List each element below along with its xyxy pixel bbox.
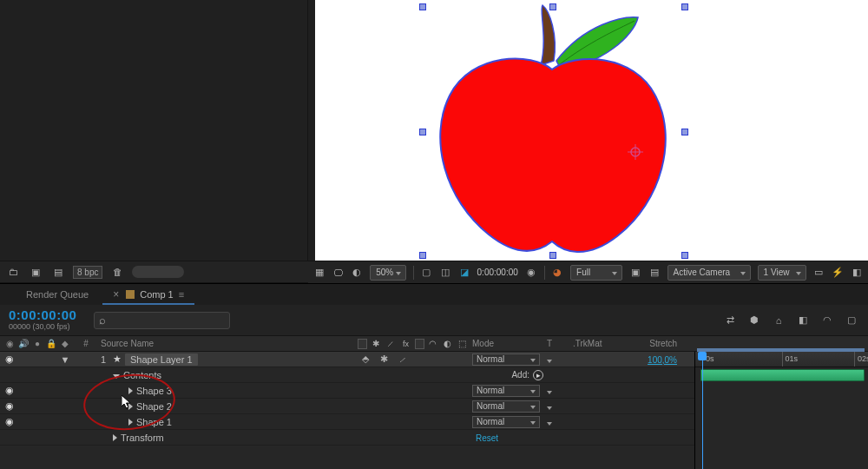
bpc-button[interactable]: 8 bpc	[73, 266, 102, 279]
3d-icon[interactable]: ▤	[648, 265, 661, 281]
pixel-aspect-icon[interactable]: ▭	[813, 265, 825, 281]
shape-name[interactable]: Shape 2	[136, 401, 172, 412]
channel-icon[interactable]: ◕	[551, 265, 563, 281]
timeline-track-area[interactable]: 0s 01s 02s	[694, 352, 868, 469]
motion-blur-icon[interactable]: ◠	[819, 313, 835, 328]
layer-sw1-icon[interactable]: ⬘	[358, 352, 373, 367]
preview-time[interactable]: 0:00:00:00	[477, 268, 518, 277]
mode-value: Normal	[477, 386, 504, 395]
contents-label: Contents	[123, 370, 161, 380]
index-col[interactable]: #	[76, 339, 95, 348]
comp-mini-flow-icon[interactable]: ⇄	[722, 313, 738, 328]
composition-canvas[interactable]	[315, 0, 868, 261]
zoom-select[interactable]: 50%	[370, 265, 405, 281]
tab-label: Comp 1	[140, 289, 174, 300]
stretch-col[interactable]: Stretch	[625, 339, 686, 348]
view-icon[interactable]: ▣	[629, 265, 641, 281]
layer-sw2-icon[interactable]: ✱	[376, 352, 391, 367]
stretch-value[interactable]: 100,0%	[648, 355, 677, 365]
zoom-value: 50%	[376, 268, 393, 277]
twirl-icon[interactable]	[128, 387, 133, 394]
twirl-icon[interactable]	[128, 403, 133, 410]
t-col[interactable]: T	[547, 339, 573, 348]
camera-value: Active Camera	[674, 268, 731, 277]
switch-mb-icon[interactable]: ◠	[427, 336, 439, 352]
current-timecode[interactable]: 0:00:00:00	[9, 307, 85, 322]
switch-shy-icon[interactable]	[358, 339, 367, 349]
switch-av-icon[interactable]: ✱	[370, 336, 382, 352]
transform-label: Transform	[121, 433, 164, 443]
shape-mode-select[interactable]: Normal	[472, 400, 540, 413]
draft3d-icon[interactable]: ⬢	[746, 313, 762, 328]
project-settings-icon[interactable]: ▤	[50, 264, 66, 280]
shy-icon[interactable]: ⌂	[771, 313, 786, 328]
frame-blend-icon[interactable]: ◧	[795, 313, 811, 328]
twirl-toggle[interactable]: ▼	[59, 354, 71, 365]
mode-value: Normal	[477, 354, 504, 364]
switch-adj-icon[interactable]: ◐	[442, 336, 454, 352]
snapshot-icon[interactable]: ◉	[525, 265, 537, 281]
tab-comp1[interactable]: × Comp 1 ≡	[102, 286, 194, 305]
switch-3d-icon[interactable]: ⬚	[457, 336, 469, 352]
tab-render-queue[interactable]: Render Queue	[16, 286, 99, 305]
visibility-toggle[interactable]: ◉	[3, 400, 16, 412]
timeline-panel[interactable]: Render Queue × Comp 1 ≡ 0:00:00:00 00000…	[0, 283, 868, 469]
trash-icon[interactable]: 🗑	[109, 264, 125, 280]
fast-preview-icon[interactable]: ⚡	[832, 265, 844, 281]
label-col-icon[interactable]: ◆	[59, 339, 71, 348]
resolution-select[interactable]: Full	[570, 265, 622, 281]
shape-mode-select[interactable]: Normal	[472, 416, 540, 428]
layer-mode-select[interactable]: Normal	[472, 353, 540, 366]
ruler-tick: 01s	[782, 352, 799, 367]
work-area-bar[interactable]	[697, 348, 865, 352]
layer-name[interactable]: Shape Layer 1	[125, 353, 198, 366]
shape-mode-select[interactable]: Normal	[472, 385, 540, 397]
layer-sw3-icon[interactable]: ⟋	[394, 352, 410, 367]
sourcename-col[interactable]: Source Name	[95, 339, 356, 348]
trkmat-col[interactable]: .TrkMat	[573, 339, 625, 348]
frame-fps: 00000 (30,00 fps)	[9, 322, 85, 331]
project-panel[interactable]	[0, 0, 308, 283]
graph-editor-icon[interactable]: ▢	[844, 313, 859, 328]
comp-swatch	[126, 290, 135, 299]
folder-icon[interactable]: 🗀	[5, 264, 21, 280]
visibility-toggle[interactable]: ◉	[3, 353, 16, 365]
reset-button[interactable]: Reset	[472, 433, 498, 443]
layer-duration-bar[interactable]	[700, 369, 865, 381]
timeline-search-input[interactable]	[94, 312, 230, 329]
guides-icon[interactable]: ◫	[439, 265, 451, 281]
solo-col-icon[interactable]: ●	[31, 339, 43, 348]
grid-icon[interactable]: ▢	[420, 265, 432, 281]
visibility-toggle[interactable]: ◉	[3, 385, 16, 396]
views-select[interactable]: 1 View	[758, 265, 806, 281]
visibility-toggle[interactable]: ◉	[3, 416, 16, 427]
shape-name[interactable]: Shape 1	[136, 417, 172, 427]
roi-icon[interactable]: ◪	[458, 265, 470, 281]
twirl-icon[interactable]	[113, 374, 120, 379]
shape-name[interactable]: Shape 3	[136, 386, 172, 396]
twirl-icon[interactable]	[113, 434, 117, 441]
close-icon[interactable]: ×	[113, 288, 119, 301]
switch-fx2-icon[interactable]: fx	[399, 336, 411, 352]
audio-col-icon[interactable]: 🔊	[17, 339, 30, 348]
switch-quality-icon[interactable]	[415, 339, 424, 349]
add-button[interactable]: ▸	[533, 370, 543, 380]
mode-col[interactable]: Mode	[469, 339, 547, 348]
key-marker	[702, 451, 703, 459]
monitor-icon[interactable]: 🖵	[332, 265, 345, 281]
new-comp-icon[interactable]: ▣	[28, 264, 43, 280]
switch-fx-icon[interactable]: ⟋	[385, 336, 397, 352]
camera-select[interactable]: Active Camera	[667, 265, 751, 281]
views-value: 1 View	[764, 268, 790, 277]
search-pill[interactable]	[132, 266, 184, 278]
time-ruler[interactable]: 0s 01s 02s	[695, 352, 868, 367]
toggle-transparency-icon[interactable]: ▦	[313, 265, 326, 281]
tab-menu-icon[interactable]: ≡	[179, 289, 184, 300]
exposure-icon[interactable]: ◧	[851, 265, 863, 281]
composition-panel[interactable]: ▦ 🖵 ◐ 50% ▢ ◫ ◪ 0:00:00:00 ◉ ◕ Full ▣ ▤ …	[308, 0, 868, 283]
visibility-col-icon[interactable]: ◉	[3, 339, 16, 348]
mask-icon[interactable]: ◐	[352, 265, 364, 281]
lock-col-icon[interactable]: 🔒	[45, 339, 57, 348]
composition-toolbar: ▦ 🖵 ◐ 50% ▢ ◫ ◪ 0:00:00:00 ◉ ◕ Full ▣ ▤ …	[308, 261, 868, 283]
twirl-icon[interactable]	[128, 419, 133, 426]
